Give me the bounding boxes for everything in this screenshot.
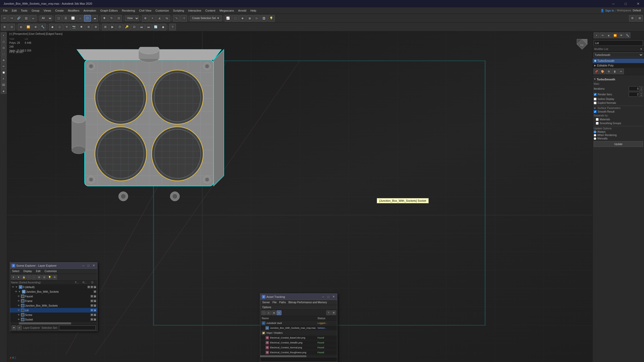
modify-panel-tab[interactable]: ✏: [600, 32, 606, 38]
viewport-config-btn[interactable]: ⚙: [629, 15, 636, 22]
scene-menu-select[interactable]: Select: [11, 269, 20, 273]
render-iters-down[interactable]: ▼: [640, 94, 643, 96]
menu-scripting[interactable]: Scripting: [171, 7, 186, 14]
iterations-up[interactable]: ▲: [640, 87, 643, 89]
manually-radio[interactable]: [594, 137, 596, 140]
asset-row-basecolor[interactable]: 🖼 Electrical_Conduit_BaseColor.png Found: [260, 335, 337, 340]
menu-tools[interactable]: Tools: [19, 7, 30, 14]
left-tool-10[interactable]: ◈: [1, 88, 6, 94]
menu-animation[interactable]: Animation: [81, 7, 98, 14]
utilities-panel-tab[interactable]: 🔧: [625, 32, 630, 38]
menu-rendering[interactable]: Rendering: [120, 7, 137, 14]
scene-collapse-btn[interactable]: ⊟: [42, 275, 47, 280]
materials-checkbox[interactable]: [596, 118, 599, 121]
mirror-btn[interactable]: ⤡: [173, 15, 180, 22]
turbosmooth-rollout[interactable]: ▼ TurboSmooth: [594, 76, 643, 82]
material-editor-btn[interactable]: ◈: [239, 15, 246, 22]
create-selection-set-btn[interactable]: Create Selection Set ▼: [190, 15, 222, 21]
smoothing-groups-checkbox[interactable]: [596, 122, 599, 125]
play-btn[interactable]: ▶: [109, 24, 116, 30]
select-obj-btn[interactable]: ◻: [55, 15, 62, 22]
menu-megascans[interactable]: Megascans: [217, 7, 236, 14]
layer-dropdown[interactable]: All: [39, 15, 52, 21]
create-spacewarps-btn[interactable]: ⊛: [85, 24, 92, 30]
record-btn[interactable]: ⏺: [160, 24, 166, 30]
help-btn[interactable]: ?: [169, 24, 176, 30]
select-move-btn[interactable]: ✚: [101, 15, 108, 22]
cut-paste-btn[interactable]: ✂: [618, 69, 624, 74]
menu-views[interactable]: Views: [42, 7, 53, 14]
modifier-item-turbosmooth[interactable]: TurboSmooth: [593, 58, 644, 63]
quick-render-btn[interactable]: ▷: [254, 15, 260, 22]
menu-content[interactable]: Content: [203, 7, 217, 14]
iterations-down[interactable]: ▼: [640, 89, 643, 91]
snap-toggle-btn[interactable]: ⌖: [149, 15, 156, 22]
rect-select-btn[interactable]: ⬜: [70, 15, 76, 22]
menu-modifiers[interactable]: Modifiers: [66, 7, 81, 14]
asset-tb-2[interactable]: ▷: [266, 310, 271, 315]
maximize-button[interactable]: □: [620, 0, 632, 7]
prev-key-btn[interactable]: ⏮: [138, 24, 145, 30]
create-systems-btn[interactable]: ⊗: [92, 24, 99, 30]
percent-snap-btn[interactable]: %: [164, 15, 170, 22]
asset-close[interactable]: ✕: [331, 295, 336, 299]
scene-menu-display[interactable]: Display: [22, 269, 33, 273]
asset-row-vault[interactable]: V Autodesk Vault Logged...: [260, 321, 337, 326]
tree-item-jbws-obj[interactable]: 👁 ⬛ Junction_Box_With_Sockets ⚙ 🖥: [10, 303, 97, 308]
move-btn[interactable]: ⊞: [102, 24, 109, 30]
scene-explorer-close[interactable]: ✕: [92, 264, 96, 268]
viewport-cube[interactable]: Top: [574, 34, 590, 49]
when-rendering-radio[interactable]: [594, 134, 596, 137]
scene-settings-btn[interactable]: ⚙: [52, 275, 57, 280]
unlink-btn[interactable]: ⛓: [23, 15, 29, 22]
tree-item-socket[interactable]: 👁 ⬛ Socket ⚙ 🖥: [10, 317, 97, 322]
menu-interactive[interactable]: Interactive: [186, 7, 203, 14]
use-pivot-btn[interactable]: ⊕: [142, 15, 149, 22]
lasso-select-btn[interactable]: ☁: [91, 15, 98, 22]
asset-restore[interactable]: □: [326, 295, 330, 299]
hierarchy-panel-tab[interactable]: ⬖: [606, 32, 612, 38]
left-tool-5[interactable]: ⊕: [1, 57, 6, 63]
time-config-btn[interactable]: ⏱: [116, 24, 123, 30]
view-dropdown[interactable]: View: [125, 15, 139, 21]
modifier-list-dropdown[interactable]: ▼: [640, 48, 642, 50]
asset-path-bar[interactable]: [260, 357, 337, 362]
render-frame-btn[interactable]: 🖼: [261, 15, 267, 22]
asset-row-roughness[interactable]: 🖼 Electrical_Conduit_Roughness.png Found: [260, 350, 337, 355]
scene-menu-edit[interactable]: Edit: [35, 269, 42, 273]
pin-modifier-btn[interactable]: 📌: [593, 69, 599, 74]
scene-lock-btn[interactable]: 🔒: [21, 275, 26, 280]
left-tool-3[interactable]: ⊡: [1, 45, 6, 50]
scene-filter-btn[interactable]: ▼: [16, 275, 21, 280]
minimize-button[interactable]: ─: [607, 0, 619, 7]
tree-item-0default[interactable]: 👁 ▼ L 0 (default) ⚙ ⚙ 🖥: [10, 285, 97, 289]
circle-select-btn[interactable]: ○: [77, 15, 84, 22]
left-tool-6[interactable]: ✏: [1, 63, 6, 69]
render-iters-checkbox[interactable]: [594, 93, 597, 96]
scene-menu-customize[interactable]: Customize: [44, 269, 58, 273]
rotate-btn[interactable]: ↻: [108, 15, 115, 22]
tree-item-faucet[interactable]: 👁 ⬛ Faucet ⚙ 🖥: [10, 294, 97, 299]
active-color-btn[interactable]: 🎨: [600, 69, 605, 74]
asset-menu-bitmap[interactable]: Bitmap Performance and Memory: [287, 300, 328, 304]
loop-btn[interactable]: 🔄: [152, 24, 159, 30]
iterations-arrows[interactable]: ▲ ▼: [639, 87, 643, 91]
create-lights-btn[interactable]: ☀: [63, 24, 70, 30]
menu-create[interactable]: Create: [53, 7, 66, 14]
asset-menu-file[interactable]: File: [271, 300, 278, 304]
undo-btn[interactable]: ↩: [1, 15, 8, 22]
menu-file[interactable]: File: [1, 7, 10, 14]
left-tool-4[interactable]: ⬚: [1, 51, 6, 57]
hierarchy-btn[interactable]: ⬖: [18, 24, 25, 30]
asset-row-metallic[interactable]: 🖼 Electrical_Conduit_Metallic.png Found: [260, 340, 337, 345]
always-radio[interactable]: [594, 131, 596, 133]
left-tool-2[interactable]: ◻: [1, 39, 6, 44]
sign-in-btn[interactable]: Sign In: [605, 9, 614, 12]
close-button[interactable]: ✕: [632, 0, 644, 7]
asset-menu-server[interactable]: Server: [261, 300, 271, 304]
menu-civil-view[interactable]: Civil View: [137, 7, 153, 14]
next-key-btn[interactable]: ⏭: [145, 24, 152, 30]
angle-snap-btn[interactable]: ∡: [156, 15, 163, 22]
menu-customize[interactable]: Customize: [153, 7, 171, 14]
asset-menu-options[interactable]: Options: [261, 305, 272, 309]
